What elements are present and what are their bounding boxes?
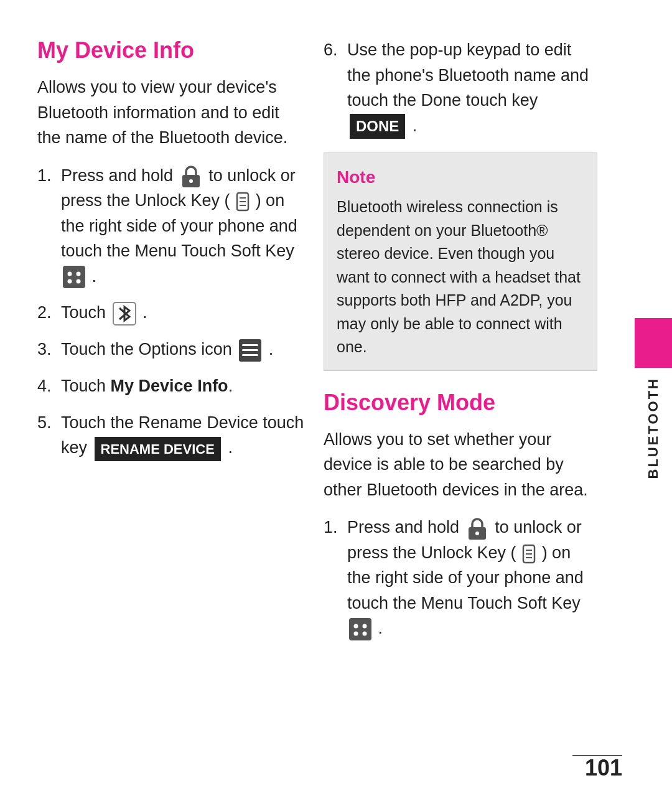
svg-point-25 xyxy=(354,632,358,636)
section-discovery-mode: Discovery Mode Allows you to set whether… xyxy=(324,390,597,641)
menu-grid-icon-2 xyxy=(348,617,372,641)
svg-point-23 xyxy=(354,624,358,629)
step-5: 5. Touch the Rename Device touch key REN… xyxy=(37,410,305,461)
svg-rect-22 xyxy=(349,618,371,640)
svg-rect-15 xyxy=(242,354,258,356)
svg-point-24 xyxy=(363,624,367,629)
step-2-content: Touch . xyxy=(61,300,305,326)
menu-grid-icon xyxy=(62,265,86,289)
svg-point-26 xyxy=(363,632,367,636)
step-3-number: 3. xyxy=(37,337,61,362)
step-1-number: 1. xyxy=(37,163,61,189)
discovery-step-1-content: Press and hold to unlock or press the Un… xyxy=(347,515,597,641)
options-icon xyxy=(238,339,262,362)
my-device-info-title: My Device Info xyxy=(37,37,305,63)
my-device-info-intro: Allows you to view your device's Bluetoo… xyxy=(37,75,305,151)
lock-icon xyxy=(180,165,202,187)
step-4-content: Touch My Device Info. xyxy=(61,373,305,399)
step-4-number: 4. xyxy=(37,373,61,399)
svg-point-1 xyxy=(189,179,193,183)
sidebar-accent xyxy=(635,318,672,368)
svg-rect-6 xyxy=(63,266,85,288)
left-column: My Device Info Allows you to view your d… xyxy=(37,37,324,769)
svg-point-17 xyxy=(475,532,479,535)
step-1-content: Press and hold to unlock or press the Un… xyxy=(61,163,305,289)
done-badge: DONE xyxy=(350,114,405,139)
rename-device-badge: RENAME DEVICE xyxy=(95,437,221,461)
sidebar-label: BLUETOOTH xyxy=(645,368,661,488)
discovery-mode-title: Discovery Mode xyxy=(324,390,597,416)
step-5-content: Touch the Rename Device touch key RENAME… xyxy=(61,410,305,461)
discovery-step-1-number: 1. xyxy=(324,515,347,540)
step-6-number: 6. xyxy=(324,37,347,63)
right-column: 6. Use the pop-up keypad to edit the pho… xyxy=(324,37,610,769)
discovery-step-1: 1. Press and hold to unlock or press the… xyxy=(324,515,597,641)
bluetooth-icon xyxy=(113,302,136,326)
svg-rect-13 xyxy=(242,344,258,346)
step-list-right: 1. Press and hold to unlock or press the… xyxy=(324,515,597,641)
step-1: 1. Press and hold to unlock or press the… xyxy=(37,163,305,289)
step-4-bold: My Device Info xyxy=(111,377,228,395)
svg-rect-14 xyxy=(242,349,258,351)
step-3: 3. Touch the Options icon . xyxy=(37,337,305,362)
step-6: 6. Use the pop-up keypad to edit the pho… xyxy=(324,37,597,139)
step-3-content: Touch the Options icon . xyxy=(61,337,305,362)
note-title: Note xyxy=(337,164,584,190)
svg-point-8 xyxy=(77,272,81,276)
step-5-number: 5. xyxy=(37,410,61,436)
step-2-number: 2. xyxy=(37,300,61,326)
step-4: 4. Touch My Device Info. xyxy=(37,373,305,399)
step-6-content: Use the pop-up keypad to edit the phone'… xyxy=(347,37,597,139)
lock-icon-2 xyxy=(466,517,488,540)
step-2: 2. Touch . xyxy=(37,300,305,326)
unlock-key-icon xyxy=(236,192,250,212)
sidebar: BLUETOOTH xyxy=(635,0,672,806)
page-number: 101 xyxy=(585,755,622,781)
svg-point-10 xyxy=(77,279,81,284)
note-text: Bluetooth wireless connection is depende… xyxy=(337,195,584,359)
step-list-left: 1. Press and hold to unlock or press the… xyxy=(37,163,305,461)
section-my-device-info: My Device Info Allows you to view your d… xyxy=(37,37,305,461)
discovery-mode-intro: Allows you to set whether your device is… xyxy=(324,427,597,503)
note-box: Note Bluetooth wireless connection is de… xyxy=(324,152,597,371)
svg-point-7 xyxy=(68,272,72,276)
svg-point-9 xyxy=(68,279,72,284)
unlock-key-icon-2 xyxy=(522,544,536,564)
